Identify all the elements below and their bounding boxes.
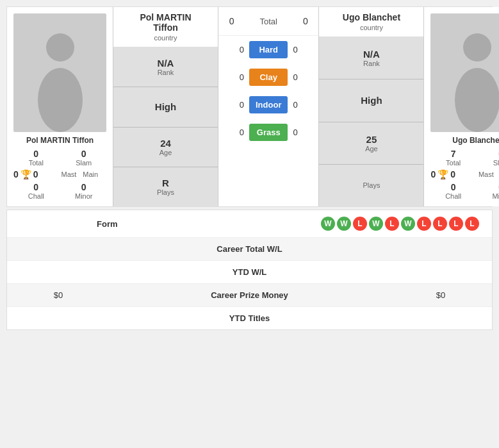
- right-chall-label: Chall: [445, 192, 461, 200]
- right-slam-cell: 0 Slam: [479, 149, 499, 167]
- left-chall-cell: 0 Chall: [13, 182, 59, 200]
- right-minor-cell: 0 Minor: [479, 182, 499, 200]
- form-badge-7: L: [433, 217, 447, 231]
- right-high-value: High: [361, 95, 382, 106]
- left-slam-label: Slam: [76, 159, 92, 167]
- surface-panel: 0 Total 0 0 Hard 0 0 Clay 0 0 Indoor 0: [218, 7, 318, 206]
- left-mast-label-row: Mast Main: [61, 169, 107, 179]
- left-rank-label: Rank: [158, 69, 174, 76]
- hard-button[interactable]: Hard: [249, 41, 288, 58]
- right-country: country: [360, 24, 383, 31]
- left-player-name: Pol MARTIN Tiffon: [26, 136, 94, 145]
- right-plays-label: Plays: [363, 181, 380, 189]
- right-player-name: Ugo Blanchet: [452, 136, 499, 145]
- right-total-value: 7: [451, 149, 456, 159]
- right-rank-value: N/A: [363, 49, 380, 60]
- left-header-name2: Tiffon: [153, 22, 178, 33]
- right-middle-stats: Ugo Blanchet country N/A Rank High 25 Ag…: [318, 7, 424, 206]
- right-trophy-icon: 🏆: [438, 169, 448, 179]
- left-trophy-icon: 🏆: [20, 169, 31, 179]
- form-badge-1: W: [337, 217, 351, 231]
- left-plays-label: Plays: [157, 188, 174, 196]
- left-mast-value: 0: [13, 169, 19, 179]
- indoor-left-score: 0: [231, 100, 244, 110]
- left-age-block: 24 Age: [113, 128, 218, 167]
- left-high-block: High: [113, 87, 218, 127]
- right-name-header: Ugo Blanchet country: [319, 7, 423, 37]
- right-slam-label: Slam: [493, 159, 499, 167]
- prize-row: $0 Career Prize Money $0: [7, 284, 492, 307]
- right-age-value: 25: [366, 134, 377, 145]
- form-label: Form: [97, 219, 118, 229]
- hard-left-score: 0: [231, 45, 244, 54]
- clay-button[interactable]: Clay: [249, 69, 288, 86]
- left-mast-cell: 0 🏆 0: [13, 169, 59, 179]
- form-badge-6: L: [417, 217, 431, 231]
- form-badge-2: L: [353, 217, 367, 231]
- ytd-titles-label: YTD Titles: [229, 313, 270, 323]
- left-age-value: 24: [160, 138, 171, 149]
- left-avatar-section: Pol MARTIN Tiffon 0 Total 0 Slam 0 🏆 0 M…: [7, 7, 113, 206]
- left-slam-value: 0: [81, 149, 86, 159]
- right-mast-label-row: Mast Main: [479, 169, 499, 179]
- form-badge-9: L: [465, 217, 479, 231]
- left-minor-cell: 0 Minor: [61, 182, 107, 200]
- left-plays-block: R Plays: [113, 167, 218, 206]
- ytd-wl-label: YTD W/L: [233, 267, 266, 277]
- comparison-box: Pol MARTIN Tiffon 0 Total 0 Slam 0 🏆 0 M…: [6, 6, 493, 207]
- right-mast-cell: 0 🏆 0: [430, 169, 476, 179]
- right-avatar-section: Ugo Blanchet 7 Total 0 Slam 0 🏆 0 Mast: [424, 7, 499, 206]
- grass-button[interactable]: Grass: [249, 124, 288, 141]
- right-age-block: 25 Age: [319, 122, 423, 165]
- left-minor-value: 0: [81, 182, 86, 192]
- svg-point-3: [455, 68, 499, 132]
- left-name-header: Pol MARTIN Tiffon country: [113, 7, 218, 47]
- left-chall-label: Chall: [28, 192, 44, 200]
- bottom-section: Form WWLWLWLLLL Career Total W/L YTD W/L…: [6, 210, 493, 330]
- career-total-label: Career Total W/L: [217, 244, 282, 254]
- right-chall-cell: 0 Chall: [430, 182, 476, 200]
- clay-left-score: 0: [231, 72, 244, 82]
- left-total-value: 0: [33, 149, 38, 159]
- left-country: country: [154, 34, 177, 42]
- svg-point-2: [463, 33, 491, 62]
- right-rank-label: Rank: [363, 60, 380, 67]
- surface-row-hard: 0 Hard 0: [218, 36, 318, 63]
- right-main-value: 0: [450, 169, 455, 179]
- form-badge-3: W: [369, 217, 383, 231]
- right-age-label: Age: [365, 145, 378, 153]
- left-age-label: Age: [160, 149, 172, 156]
- left-middle-stats: Pol MARTIN Tiffon country N/A Rank High …: [113, 7, 218, 206]
- left-total-label: Total: [29, 159, 44, 167]
- left-main-label: Main: [83, 170, 98, 178]
- right-mast-value: 0: [430, 169, 436, 179]
- ytd-wl-row: YTD W/L: [7, 261, 492, 284]
- right-minor-label: Minor: [492, 192, 499, 200]
- left-stats-grid: 0 Total 0 Slam 0 🏆 0 Mast Main 0: [13, 149, 106, 200]
- ytd-titles-row: YTD Titles: [7, 307, 492, 329]
- left-slam-cell: 0 Slam: [61, 149, 107, 167]
- surface-row-grass: 0 Grass 0: [218, 119, 318, 146]
- form-row: Form WWLWLWLLLL: [7, 210, 492, 238]
- svg-point-0: [46, 33, 74, 62]
- svg-point-1: [38, 68, 83, 132]
- main-container: Pol MARTIN Tiffon 0 Total 0 Slam 0 🏆 0 M…: [0, 0, 499, 336]
- right-chall-value: 0: [451, 182, 456, 192]
- left-avatar: [13, 13, 106, 132]
- hard-right-score: 0: [293, 45, 306, 54]
- grass-left-score: 0: [231, 128, 244, 137]
- left-chall-value: 0: [33, 182, 38, 192]
- surface-row-clay: 0 Clay 0: [218, 63, 318, 91]
- right-total-cell: 7 Total: [430, 149, 476, 167]
- grass-right-score: 0: [293, 128, 306, 137]
- left-high-value: High: [155, 101, 176, 112]
- form-badge-5: W: [401, 217, 415, 231]
- career-prize-label: Career Prize Money: [211, 290, 288, 300]
- left-header-name1: Pol MARTIN: [140, 12, 191, 22]
- left-plays-value: R: [162, 178, 169, 188]
- surface-row-indoor: 0 Indoor 0: [218, 91, 318, 119]
- right-total-label: Total: [446, 159, 461, 167]
- indoor-button[interactable]: Indoor: [249, 96, 288, 113]
- total-label: Total: [259, 17, 277, 26]
- form-badges-container: WWLWLWLLLL: [118, 217, 480, 231]
